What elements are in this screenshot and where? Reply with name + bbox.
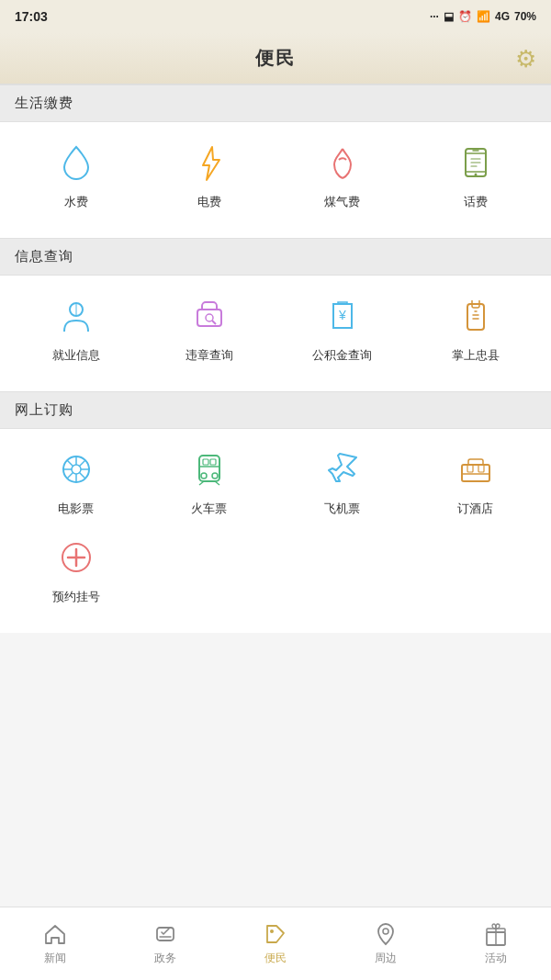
hotel-icon <box>454 447 498 491</box>
nav-item-news[interactable]: 新闻 <box>0 907 110 980</box>
svg-text:¥: ¥ <box>338 308 346 322</box>
page-title: 便民 <box>255 46 296 71</box>
violation-label: 违章查询 <box>186 347 233 364</box>
svg-rect-36 <box>157 928 174 941</box>
water-label: 水费 <box>64 194 88 210</box>
grid-item-job[interactable]: 就业信息 <box>9 294 142 364</box>
flight-label: 飞机票 <box>324 501 360 517</box>
grid-item-train[interactable]: 火车票 <box>142 447 276 517</box>
water-icon <box>54 141 98 185</box>
svg-point-3 <box>474 174 477 176</box>
svg-rect-27 <box>203 459 208 465</box>
svg-line-17 <box>67 460 73 467</box>
section-online-grid: 电影票 火车票 <box>0 429 551 633</box>
job-icon <box>54 294 98 338</box>
nav-label-gov: 政务 <box>154 951 176 966</box>
svg-line-18 <box>79 473 85 479</box>
fund-label: 公积金查询 <box>312 347 372 364</box>
svg-line-19 <box>79 460 85 467</box>
svg-rect-29 <box>462 465 489 481</box>
flight-icon <box>320 447 365 491</box>
hotel-label: 订酒店 <box>457 501 493 517</box>
job-label: 就业信息 <box>52 347 100 364</box>
svg-point-24 <box>212 473 218 479</box>
section-info-header: 信息查询 <box>0 238 551 276</box>
electric-label: 电费 <box>197 194 221 210</box>
bottom-nav: 新闻 政务 便民 周边 活动 <box>0 907 551 980</box>
svg-point-38 <box>383 929 388 934</box>
svg-line-20 <box>67 473 73 479</box>
nav-item-service[interactable]: 便民 <box>220 907 331 980</box>
hand-label: 掌上忠县 <box>452 347 500 364</box>
section-life-header: 生活缴费 <box>0 84 551 122</box>
section-info-grid: 就业信息 违章查询 ¥ <box>0 276 551 391</box>
grid-item-flight[interactable]: 飞机票 <box>276 447 409 517</box>
hand-icon <box>454 294 498 338</box>
svg-point-23 <box>201 473 207 479</box>
hospital-icon <box>54 535 98 580</box>
phone-label: 话费 <box>464 194 488 210</box>
grid-item-hotel[interactable]: 订酒店 <box>409 447 542 517</box>
mask-icon <box>152 921 178 947</box>
gift-icon <box>483 921 509 947</box>
nav-item-nearby[interactable]: 周边 <box>331 907 441 980</box>
nav-label-nearby: 周边 <box>375 951 397 966</box>
nav-label-news: 新闻 <box>44 951 66 966</box>
hospital-label: 预约挂号 <box>52 589 100 605</box>
grid-item-movie[interactable]: 电影票 <box>9 447 142 517</box>
train-label: 火车票 <box>191 501 227 517</box>
phone-icon <box>454 141 498 185</box>
train-icon <box>187 447 231 491</box>
grid-item-fund[interactable]: ¥ 公积金查询 <box>276 294 409 364</box>
tag-icon <box>263 921 288 947</box>
svg-line-8 <box>212 321 216 324</box>
svg-rect-6 <box>197 310 221 326</box>
status-icons: ··· ⬓ ⏰ 📶 4G 70% <box>430 10 536 23</box>
violation-icon <box>187 294 231 338</box>
home-icon <box>42 921 68 947</box>
battery-label: 70% <box>514 10 536 23</box>
info-row: 就业信息 违章查询 ¥ <box>0 294 551 382</box>
nav-item-activity[interactable]: 活动 <box>441 907 551 980</box>
electric-icon <box>187 141 231 185</box>
nav-item-gov[interactable]: 政务 <box>110 907 220 980</box>
section-life-grid: 水费 电费 煤气费 <box>0 122 551 238</box>
nav-label-activity: 活动 <box>485 951 507 966</box>
online-row1: 电影票 火车票 <box>0 447 551 535</box>
grid-item-phone[interactable]: 话费 <box>409 141 542 210</box>
main-content: 生活缴费 水费 电费 <box>0 84 551 706</box>
movie-label: 电影票 <box>58 501 94 517</box>
online-row2: 预约挂号 <box>0 535 551 624</box>
location-icon <box>373 921 399 947</box>
page-header: 便民 ⚙ <box>0 33 551 84</box>
grid-item-hand[interactable]: 掌上忠县 <box>409 294 542 364</box>
svg-rect-32 <box>478 465 484 472</box>
status-time: 17:03 <box>15 9 48 24</box>
svg-rect-31 <box>467 465 473 472</box>
section-online-header: 网上订购 <box>0 391 551 429</box>
movie-icon <box>54 447 98 491</box>
svg-point-37 <box>270 929 274 933</box>
svg-point-7 <box>206 314 213 321</box>
settings-icon[interactable]: ⚙ <box>515 44 536 73</box>
grid-item-violation[interactable]: 违章查询 <box>142 294 276 364</box>
svg-rect-28 <box>210 459 216 465</box>
grid-item-gas[interactable]: 煤气费 <box>276 141 409 210</box>
nav-label-service: 便民 <box>264 951 287 966</box>
fund-icon: ¥ <box>320 294 365 338</box>
status-bar: 17:03 ··· ⬓ ⏰ 📶 4G 70% <box>0 0 551 33</box>
grid-item-hospital[interactable]: 预约挂号 <box>9 535 142 605</box>
grid-item-electric[interactable]: 电费 <box>142 141 276 210</box>
life-row: 水费 电费 煤气费 <box>0 141 551 229</box>
gas-icon <box>320 141 365 185</box>
gas-label: 煤气费 <box>324 194 360 210</box>
grid-item-water[interactable]: 水费 <box>9 141 142 210</box>
